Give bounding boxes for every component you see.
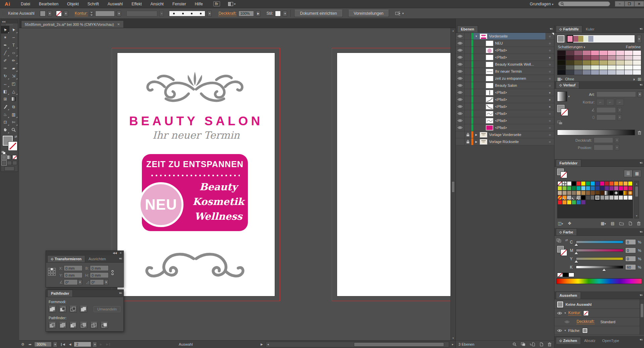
- pathfinder-divide-button[interactable]: [49, 322, 56, 329]
- tab-transformieren[interactable]: ◇ Transformieren: [47, 255, 85, 262]
- harmony-color-swatch[interactable]: [573, 36, 578, 42]
- shear-dropdown[interactable]: ▾: [104, 279, 108, 285]
- target-circle-icon[interactable]: ●: [545, 105, 554, 109]
- color-variation-swatch[interactable]: [599, 56, 607, 60]
- panel-menu-icon[interactable]: ▾≡: [640, 83, 642, 86]
- scroll-thumb[interactable]: [641, 304, 643, 317]
- channel-slider[interactable]: [576, 257, 623, 260]
- color-variations-grid[interactable]: [557, 50, 641, 75]
- stroke-dropdown[interactable]: ▾: [64, 11, 68, 16]
- color-swatch[interactable]: [600, 195, 604, 200]
- visibility-eye-icon[interactable]: [456, 47, 465, 54]
- color-mode-button[interactable]: [2, 155, 6, 159]
- color-swatch[interactable]: [628, 181, 633, 186]
- pathfinder-merge-button[interactable]: [69, 322, 77, 329]
- color-swatch[interactable]: [590, 195, 595, 200]
- layer-name[interactable]: <Pfad>: [495, 126, 507, 130]
- layer-row[interactable]: ▶Vorlage Rückseite○: [456, 138, 554, 145]
- document-setup-button[interactable]: Dokument einrichten: [294, 10, 342, 17]
- target-circle-icon[interactable]: ○: [545, 84, 554, 87]
- layer-name[interactable]: Vorlage Rückseite: [489, 140, 519, 144]
- color-variation-swatch[interactable]: [625, 65, 633, 70]
- swatch-libraries-icon[interactable]: ◫▾: [558, 221, 563, 226]
- color-swatch[interactable]: [619, 191, 623, 195]
- panel-menu-icon[interactable]: ▾≡: [119, 291, 122, 295]
- lock-toggle[interactable]: [465, 40, 471, 47]
- brush-definition-field[interactable]: [169, 11, 205, 16]
- color-swatch[interactable]: [576, 191, 581, 195]
- scale-tool[interactable]: ⇲: [9, 72, 18, 80]
- slider-thumb[interactable]: [602, 269, 606, 271]
- fill-dropdown[interactable]: ▾: [48, 11, 52, 16]
- visibility-eye-icon[interactable]: [456, 96, 465, 103]
- hand-tool[interactable]: [1, 126, 9, 134]
- gradient-swatch[interactable]: [628, 191, 633, 195]
- registration-swatch[interactable]: [562, 181, 567, 186]
- target-circle-icon[interactable]: ○: [545, 133, 554, 137]
- stepper-down-icon[interactable]: ▾: [90, 13, 93, 16]
- list-view-button[interactable]: ☰: [624, 170, 633, 177]
- free-transform-tool[interactable]: ◰: [9, 80, 18, 87]
- artboard-2[interactable]: [337, 53, 455, 296]
- layer-name[interactable]: <Pfad>: [495, 55, 507, 59]
- color-swatch[interactable]: [609, 186, 614, 191]
- color-swatch[interactable]: [557, 200, 562, 205]
- lock-toggle[interactable]: [465, 110, 471, 117]
- color-swatch[interactable]: [604, 195, 609, 200]
- color-variation-swatch[interactable]: [591, 51, 599, 55]
- opacity-link[interactable]: Deckkraft:: [577, 319, 595, 324]
- layer-name[interactable]: Beauty Kosmetik Well...: [495, 62, 534, 66]
- color-variation-swatch[interactable]: [599, 70, 607, 75]
- color-variation-swatch[interactable]: [583, 70, 591, 75]
- menu-objekt[interactable]: Objekt: [63, 2, 83, 6]
- lock-toggle[interactable]: [465, 75, 471, 82]
- draw-normal-button[interactable]: [2, 161, 6, 165]
- color-swatch[interactable]: [595, 186, 600, 191]
- color-themes-icon[interactable]: ✥: [568, 221, 571, 226]
- zoom-level-field[interactable]: 300%: [34, 342, 52, 347]
- color-swatch[interactable]: [609, 195, 614, 200]
- gradient-angle-dropdown[interactable]: ▾: [618, 107, 622, 113]
- color-swatch[interactable]: [576, 181, 581, 186]
- slice-tool[interactable]: ✄: [9, 118, 18, 126]
- new-sublayer-icon[interactable]: [530, 342, 535, 346]
- expand-triangle-icon[interactable]: ▾: [565, 311, 566, 315]
- color-swatch[interactable]: [557, 186, 562, 191]
- previous-artboard-icon[interactable]: ◀: [68, 343, 73, 346]
- target-circle-icon[interactable]: ○: [545, 42, 554, 45]
- close-panel-icon[interactable]: ✕: [119, 252, 122, 255]
- layer-row[interactable]: <Pfad>○: [456, 47, 554, 54]
- color-swatch[interactable]: [567, 200, 572, 205]
- chevron-down-icon[interactable]: ▾: [402, 12, 404, 15]
- visibility-eye-icon[interactable]: [456, 61, 465, 68]
- constrain-proportions-icon[interactable]: [110, 270, 115, 275]
- visibility-eye-icon[interactable]: [456, 54, 465, 61]
- pathfinder-outline-button[interactable]: [90, 322, 98, 329]
- layer-name[interactable]: Ihr neuer Termin: [495, 69, 522, 73]
- scroll-up-icon[interactable]: ▴: [635, 181, 639, 186]
- color-variation-swatch[interactable]: [557, 51, 566, 55]
- panel-menu-icon[interactable]: ▾≡: [640, 161, 642, 164]
- visibility-eye-icon[interactable]: [456, 103, 465, 110]
- mesh-tool[interactable]: ⊞: [1, 95, 9, 103]
- white-swatch[interactable]: [569, 273, 574, 277]
- color-swatch[interactable]: [586, 186, 590, 191]
- visibility-eye-icon[interactable]: [456, 75, 465, 82]
- artboard-nav-field[interactable]: 2: [74, 342, 91, 347]
- color-variation-swatch[interactable]: [566, 70, 574, 75]
- scroll-up-icon[interactable]: ▴: [451, 28, 456, 33]
- color-variation-swatch[interactable]: [591, 60, 599, 65]
- harmony-color-swatch[interactable]: [588, 36, 593, 42]
- appearance-scrollbar[interactable]: [640, 299, 644, 335]
- layer-row[interactable]: Beauty Salon○: [456, 82, 554, 89]
- stepper-up-icon[interactable]: ▴: [90, 11, 93, 13]
- zoom-dropdown[interactable]: ▾: [53, 342, 57, 347]
- scroll-down-icon[interactable]: ▾: [451, 336, 456, 340]
- brush-dropdown[interactable]: ▾: [207, 11, 212, 16]
- channel-value-field[interactable]: 60: [625, 264, 636, 270]
- none-mode-button[interactable]: [12, 155, 17, 159]
- gradient-swatch[interactable]: [623, 191, 628, 195]
- selected-color-swatch[interactable]: [595, 195, 600, 200]
- color-swatch[interactable]: [623, 186, 628, 191]
- shape-mode-minus-front-button[interactable]: [59, 306, 66, 312]
